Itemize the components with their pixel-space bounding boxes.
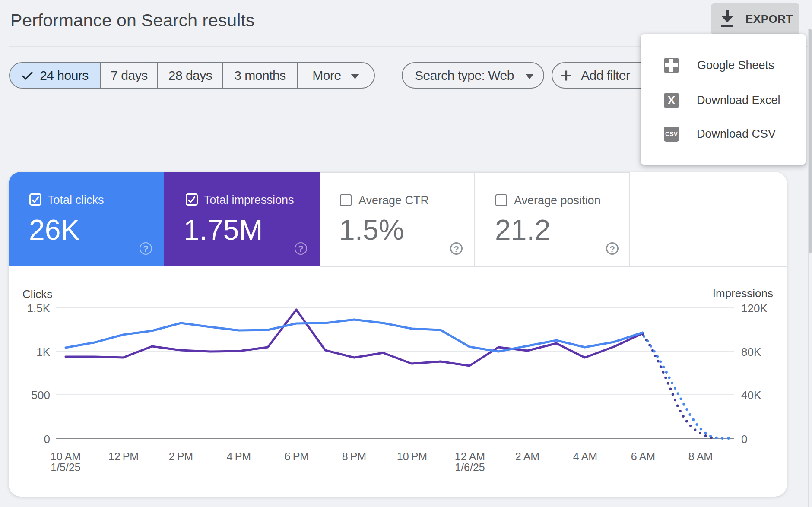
svg-text:40K: 40K — [741, 389, 761, 402]
svg-text:4 AM: 4 AM — [573, 450, 597, 463]
svg-text:2 AM: 2 AM — [515, 450, 539, 463]
svg-text:6 AM: 6 AM — [631, 450, 655, 463]
svg-text:1.5K: 1.5K — [27, 302, 51, 315]
svg-text:2 PM: 2 PM — [169, 450, 193, 463]
svg-text:0: 0 — [741, 433, 747, 446]
svg-text:1K: 1K — [36, 345, 50, 358]
svg-text:8 AM: 8 AM — [688, 450, 713, 463]
svg-text:6 PM: 6 PM — [285, 450, 309, 463]
svg-text:Impressions: Impressions — [713, 287, 773, 300]
svg-text:Clicks: Clicks — [22, 288, 52, 301]
svg-text:500: 500 — [32, 389, 50, 402]
svg-text:12 AM: 12 AM — [455, 450, 485, 463]
svg-text:1/5/25: 1/5/25 — [51, 461, 81, 473]
svg-text:10 PM: 10 PM — [397, 450, 427, 463]
svg-text:120K: 120K — [741, 302, 768, 315]
svg-text:8 PM: 8 PM — [342, 450, 366, 463]
svg-text:0: 0 — [44, 433, 50, 446]
svg-text:12 PM: 12 PM — [108, 450, 139, 463]
svg-text:1/6/25: 1/6/25 — [455, 461, 485, 473]
svg-text:4 PM: 4 PM — [227, 450, 251, 463]
svg-text:10 AM: 10 AM — [51, 450, 81, 463]
svg-text:80K: 80K — [741, 345, 761, 358]
